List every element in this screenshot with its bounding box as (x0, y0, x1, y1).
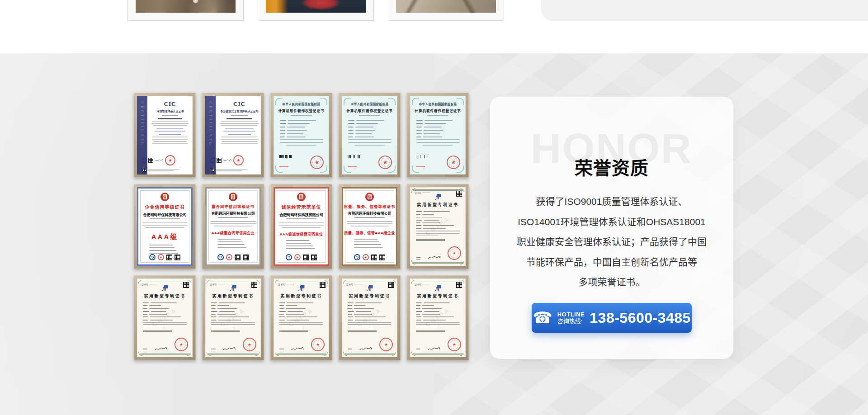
text-line (355, 127, 373, 127)
corner-vine-icon (411, 260, 415, 264)
cert-software-copyright-2[interactable]: 中华人民共和国国家版权局计算机软件著作权登记证书★ (339, 93, 401, 178)
qr-code-icon (235, 255, 241, 260)
gallery-photo-card-1[interactable] (127, 0, 244, 21)
signature-icon (155, 158, 164, 163)
corner-flourish-icon (275, 98, 283, 105)
red-star-seal-icon: ★ (294, 254, 301, 260)
info-rows (416, 120, 459, 138)
red-star-seal-icon: ★ (363, 254, 369, 260)
text-line (422, 305, 434, 306)
hotline-label-zh: 咨询热线: (557, 318, 583, 325)
gallery-photo-card-3[interactable] (388, 0, 504, 21)
certificate-grid: CERTIFICATECIC环境管理体系认证证书★CERTIFICATECIC职… (134, 93, 469, 360)
text-line (354, 145, 385, 146)
info-rows (348, 120, 391, 138)
cert-utility-patent-5[interactable]: CNIPA证书号实用新型专利证书申长雨★ (339, 275, 401, 360)
hotline-button[interactable]: ☎ HOTLINE 咨询热线: 138-5600-3485 (532, 303, 692, 333)
cnipa-seal-icon: ★ (175, 338, 188, 351)
cert-utility-patent-2[interactable]: CNIPA证书号实用新型专利证书申长雨★ (134, 275, 196, 360)
text-line (347, 221, 392, 222)
credit-seal-icon: 信 (365, 193, 374, 201)
corner-vine-icon (460, 260, 464, 264)
text-line (231, 115, 248, 116)
cnipa-logo (367, 285, 373, 291)
text-line (280, 133, 285, 134)
info-rows (149, 245, 191, 254)
star-icon: ★ (382, 159, 388, 165)
star-icon: ★ (296, 256, 299, 259)
text-line (287, 130, 307, 131)
text-line (350, 226, 388, 226)
corner-flourish-icon (344, 98, 351, 105)
cic-logo: CIC (164, 101, 176, 107)
certificate-number-label: 证书号 (142, 283, 148, 286)
corner-vine-icon (207, 352, 211, 356)
text-line (148, 170, 174, 171)
cert-utility-patent-1[interactable]: CNIPA证书号实用新型专利证书申长雨★ (407, 184, 469, 269)
text-line (151, 302, 177, 303)
text-line (359, 115, 380, 116)
certificate-title: 计算机软件著作权登记证书 (346, 108, 393, 113)
cert-software-copyright-3[interactable]: 中华人民共和国国家版权局计算机软件著作权登记证书★ (407, 93, 469, 178)
director-label-lines (348, 349, 352, 351)
gallery-photo-card-2[interactable] (258, 0, 374, 21)
corner-vine-icon (187, 352, 191, 356)
text-line (220, 139, 259, 140)
certificate-bottom-lines (211, 168, 255, 172)
text-line (416, 228, 421, 229)
cert-integrity-model-unit[interactable]: 信诚信经营示范单位合肥珂玛环保科技有限公司AAA级诚信经营示范单位★ (270, 184, 332, 269)
green-ornament (413, 354, 463, 355)
company-name: 合肥珂玛环保科技有限公司 (207, 211, 259, 216)
cert-software-copyright-1[interactable]: 中华人民共和国国家版权局计算机软件著作权登记证书★ (270, 93, 332, 178)
text-line (416, 120, 423, 121)
text-line (354, 217, 385, 218)
text-line (416, 308, 420, 309)
text-line (424, 133, 440, 134)
certificate-title: 诚信经营示范单位 (275, 203, 328, 210)
issuing-authority: 中华人民共和国国家版权局 (346, 102, 393, 106)
text-line (416, 142, 460, 143)
text-line (288, 123, 310, 124)
text-line (348, 316, 353, 317)
certificate-footer: 申长雨★ (211, 338, 256, 351)
star-icon: ★ (453, 251, 456, 255)
info-row (348, 311, 392, 312)
qr-code-icon (142, 168, 146, 172)
cnipa-logo-dots (298, 290, 300, 292)
text-line (286, 245, 313, 246)
cnipa-logo-shape (436, 194, 441, 199)
text-line (211, 349, 216, 349)
text-line (287, 137, 306, 137)
text-line (356, 311, 371, 312)
certificate-number: 证书号 (278, 283, 294, 286)
text-line (143, 305, 147, 306)
qr-code-icon (175, 255, 180, 260)
info-row (348, 130, 391, 131)
cert-enterprise-credit-rating[interactable]: 信企业信用等级证书合肥珂玛环保科技有限公司AAA级★ (134, 184, 196, 269)
photo-crane-truck-worksite (266, 0, 366, 13)
text-line (282, 227, 320, 228)
certificate-paper: CNIPA证书号实用新型专利证书申长雨★ (342, 278, 397, 357)
text-line (356, 120, 384, 121)
text-line (216, 169, 248, 170)
cert-cic-occupational-health[interactable]: CERTIFICATECIC职业健康安全管理体系认证证书★ (202, 93, 264, 178)
cert-utility-patent-3[interactable]: CNIPA证书号实用新型专利证书申长雨★ (202, 275, 264, 360)
cert-cic-environment[interactable]: CERTIFICATECIC环境管理体系认证证书★ (134, 93, 196, 178)
text-line (348, 308, 352, 309)
certificate-paper: CNIPA证书号实用新型专利证书申长雨★ (137, 278, 193, 357)
text-line (348, 127, 354, 127)
certificate-paper: 中华人民共和国国家版权局计算机软件著作权登记证书★ (342, 96, 397, 174)
text-line (416, 139, 460, 140)
text-line (287, 133, 303, 134)
cert-utility-patent-6[interactable]: CNIPA证书号实用新型专利证书申长雨★ (407, 275, 469, 360)
description-line: ISO14001环境管理体系认证和OHSAS18001 (504, 212, 720, 232)
qr-code-icon (456, 191, 462, 197)
inner-border (208, 190, 258, 263)
telephone-icon: ☎ (533, 310, 552, 326)
cert-quality-service-reputation[interactable]: 信质量、服务、信誉等级证书合肥珂玛环保科技有限公司质量、服务、信誉AAA级企业★ (339, 184, 401, 269)
text-line (348, 320, 353, 321)
cert-utility-patent-4[interactable]: CNIPA证书号实用新型专利证书申长雨★ (270, 275, 332, 360)
director-signature-icon: 申长雨 (154, 347, 168, 351)
cert-contract-credit[interactable]: 信重合同守信用等级证书合肥珂玛环保科技有限公司AAA级重合同守信用企业★ (202, 184, 264, 269)
text-line (286, 248, 315, 249)
